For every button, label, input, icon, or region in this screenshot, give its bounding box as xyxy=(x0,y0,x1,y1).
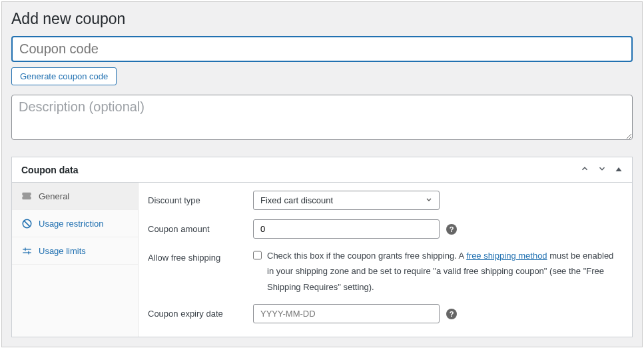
coupon-code-input[interactable] xyxy=(11,36,633,62)
tab-usage-restriction[interactable]: Usage restriction xyxy=(12,210,138,237)
free-shipping-row: Allow free shipping Check this box if th… xyxy=(148,248,623,295)
expiry-date-label: Coupon expiry date xyxy=(148,304,253,319)
toggle-collapse-icon[interactable] xyxy=(615,165,623,175)
free-shipping-label: Allow free shipping xyxy=(148,248,253,263)
coupon-amount-input[interactable] xyxy=(253,219,440,239)
svg-marker-0 xyxy=(616,167,622,171)
tab-usage-limits[interactable]: Usage limits xyxy=(12,237,138,265)
expiry-date-input[interactable] xyxy=(253,304,440,323)
coupon-editor-panel: Add new coupon Generate coupon code Coup… xyxy=(1,1,643,347)
expiry-date-row: Coupon expiry date ? xyxy=(148,304,623,323)
tab-general[interactable]: General xyxy=(12,183,138,210)
free-shipping-method-link[interactable]: free shipping method xyxy=(466,251,547,261)
coupon-data-metabox: Coupon data General xyxy=(11,157,633,337)
discount-type-select[interactable]: Fixed cart discount xyxy=(253,191,440,210)
tab-usage-limits-label: Usage limits xyxy=(39,246,86,256)
general-panel: Discount type Fixed cart discount xyxy=(139,183,632,337)
metabox-tabs: General Usage restriction Usage limits xyxy=(12,183,139,337)
metabox-body: General Usage restriction Usage limits xyxy=(12,183,632,337)
free-shipping-description: Check this box if the coupon grants free… xyxy=(267,248,623,295)
block-icon xyxy=(21,218,32,229)
description-input[interactable] xyxy=(11,95,633,140)
free-shipping-checkbox[interactable] xyxy=(253,250,262,261)
move-up-icon[interactable] xyxy=(580,164,589,175)
page-title: Add new coupon xyxy=(11,10,633,28)
discount-type-row: Discount type Fixed cart discount xyxy=(148,191,623,210)
tab-usage-restriction-label: Usage restriction xyxy=(39,219,104,229)
metabox-controls xyxy=(580,164,623,175)
discount-type-label: Discount type xyxy=(148,191,253,205)
tab-general-label: General xyxy=(39,191,69,201)
sliders-icon xyxy=(21,245,32,256)
move-down-icon[interactable] xyxy=(597,164,607,175)
svg-line-2 xyxy=(24,221,30,227)
help-icon[interactable]: ? xyxy=(446,224,457,235)
ticket-icon xyxy=(21,191,32,201)
coupon-amount-row: Coupon amount ? xyxy=(148,219,623,239)
coupon-amount-label: Coupon amount xyxy=(148,219,253,234)
metabox-header: Coupon data xyxy=(12,157,632,183)
help-icon[interactable]: ? xyxy=(446,309,457,319)
metabox-title: Coupon data xyxy=(21,165,79,175)
generate-coupon-code-button[interactable]: Generate coupon code xyxy=(11,67,117,85)
